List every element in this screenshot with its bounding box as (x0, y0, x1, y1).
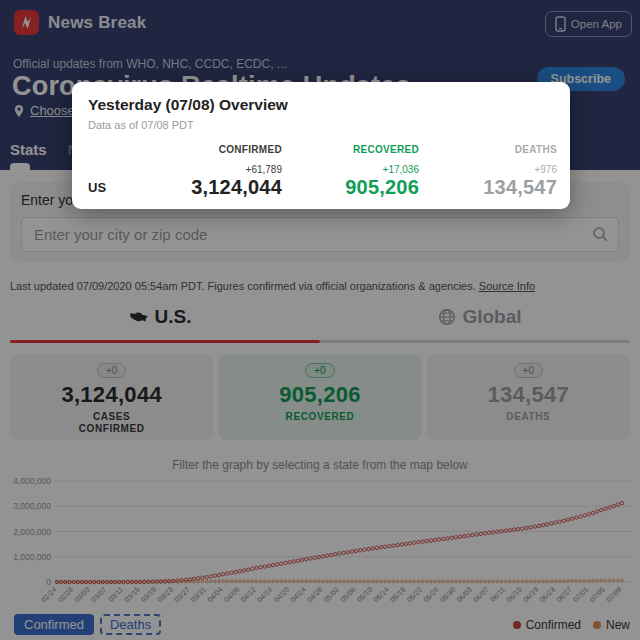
modal-table: CONFIRMED RECOVERED DEATHS +61,789 +17,0… (88, 144, 554, 199)
modal-col-recovered: RECOVERED (282, 144, 419, 155)
modal-region-label: US (88, 180, 132, 195)
modal-confirmed-delta: +61,789 (132, 164, 282, 175)
modal-title: Yesterday (07/08) Overview (88, 96, 554, 114)
modal-col-deaths: DEATHS (419, 144, 557, 155)
modal-deaths-value: 134,547 (419, 176, 557, 199)
modal-col-confirmed: CONFIRMED (132, 144, 282, 155)
modal-recovered-value: 905,206 (282, 176, 419, 199)
modal-subtitle: Data as of 07/08 PDT (88, 119, 554, 131)
overview-modal: Yesterday (07/08) Overview Data as of 07… (72, 82, 570, 209)
modal-recovered-delta: +17,036 (282, 164, 419, 175)
modal-deaths-delta: +976 (419, 164, 557, 175)
modal-confirmed-value: 3,124,044 (132, 176, 282, 199)
page: News Break Open App Official updates fro… (0, 0, 640, 640)
